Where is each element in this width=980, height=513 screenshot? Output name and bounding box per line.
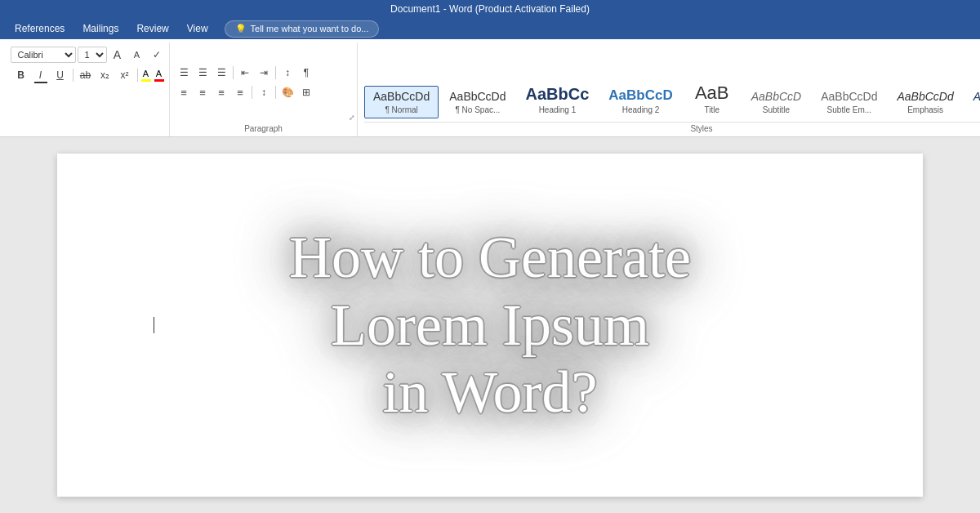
style-normal-preview: AaBbCcDd (373, 90, 430, 104)
shrink-font-button[interactable]: A (128, 46, 146, 64)
styles-group: AaBbCcDd ¶ Normal AaBbCcDd ¶ No Spac... … (358, 42, 980, 136)
styles-row: AaBbCcDd ¶ Normal AaBbCcDd ¶ No Spac... … (364, 46, 980, 122)
style-heading2-label: Heading 2 (622, 105, 660, 114)
style-heading1-label: Heading 1 (539, 105, 577, 114)
styles-group-label: Styles (364, 122, 980, 136)
sep5 (252, 86, 252, 99)
underline-button[interactable]: U (51, 66, 69, 84)
title-line1: How to Generate (289, 225, 691, 290)
document-page[interactable]: How to Generate Lorem Ipsum in Word? (57, 154, 923, 497)
bullets-button[interactable]: ☰ (175, 64, 193, 82)
borders-button[interactable]: ⊞ (297, 83, 315, 101)
style-subtitle-label: Subtitle (763, 105, 790, 114)
strikethrough-button[interactable]: ab (77, 66, 95, 84)
subscript-button[interactable]: x₂ (96, 66, 114, 84)
style-no-spacing[interactable]: AaBbCcDd ¶ No Spac... (440, 86, 514, 118)
style-no-spacing-label: ¶ No Spac... (455, 105, 500, 114)
style-intense-preview: AaBbCcDd (973, 90, 980, 104)
paragraph-group: ☰ ☰ ☰ ⇤ ⇥ ↕ ¶ ≡ ≡ ≡ ≡ ↕ (170, 42, 358, 136)
font-color-button[interactable]: A (154, 69, 164, 82)
menu-mailings[interactable]: Mailings (74, 18, 127, 39)
style-title-label: Title (704, 105, 719, 114)
style-title-preview: AaB (695, 83, 729, 104)
sep4 (275, 66, 276, 79)
highlight-swatch (141, 79, 151, 82)
style-subtitle-preview: AaBbCcD (751, 90, 801, 104)
font-family-select[interactable]: Calibri (11, 47, 76, 63)
justify-button[interactable]: ≡ (231, 83, 249, 101)
superscript-button[interactable]: x² (116, 66, 134, 84)
bold-button[interactable]: B (12, 66, 30, 84)
separator (73, 69, 74, 82)
style-heading1-preview: AaBbCc (526, 84, 590, 104)
style-heading2[interactable]: AaBbCcD Heading 2 (599, 83, 681, 118)
style-subtitle[interactable]: AaBbCcD Subtitle (742, 86, 810, 118)
font-group: Calibri 11 A A ✓ B I U ab x₂ x² A (7, 42, 170, 136)
para-rows: ☰ ☰ ☰ ⇤ ⇥ ↕ ¶ ≡ ≡ ≡ ≡ ↕ (175, 64, 315, 101)
ribbon: Calibri 11 A A ✓ B I U ab x₂ x² A (0, 39, 980, 137)
line-spacing-button[interactable]: ↕ (255, 83, 273, 101)
style-heading1[interactable]: AaBbCc Heading 1 (517, 80, 599, 118)
style-emphasis-preview: AaBbCcDd (897, 90, 953, 104)
para-row-2: ≡ ≡ ≡ ≡ ↕ 🎨 ⊞ (175, 83, 315, 101)
style-emphasis[interactable]: AaBbCcDd Emphasis (888, 86, 962, 118)
document-area: How to Generate Lorem Ipsum in Word? (0, 137, 980, 513)
decrease-indent-button[interactable]: ⇤ (236, 64, 254, 82)
sep3 (233, 66, 234, 79)
highlight-button[interactable]: A (141, 69, 151, 82)
align-right-button[interactable]: ≡ (212, 83, 230, 101)
text-cursor (154, 317, 154, 333)
font-color-icon: A (156, 69, 162, 78)
shading-button[interactable]: 🎨 (278, 83, 296, 101)
show-formatting-button[interactable]: ¶ (297, 64, 315, 82)
align-center-button[interactable]: ≡ (194, 83, 212, 101)
font-color-swatch (154, 79, 164, 82)
tell-me-text: Tell me what you want to do... (251, 24, 369, 33)
style-intense[interactable]: AaBbCcDd Intense I... (964, 86, 980, 118)
paragraph-group-label: Paragraph (175, 123, 352, 136)
menu-references[interactable]: References (7, 18, 73, 39)
paragraph-expand-icon[interactable]: ⤢ (349, 114, 355, 122)
style-heading2-preview: AaBbCcD (608, 87, 672, 104)
style-no-spacing-preview: AaBbCcDd (449, 90, 506, 104)
title-line3: in Word? (383, 359, 598, 425)
clear-format-button[interactable]: ✓ (148, 46, 166, 64)
para-row-1: ☰ ☰ ☰ ⇤ ⇥ ↕ ¶ (175, 64, 315, 82)
menu-bar: References Mailings Review View 💡 Tell m… (0, 18, 980, 39)
title-bar: Document1 - Word (Product Activation Fai… (0, 0, 980, 18)
font-row-1: Calibri 11 A A ✓ (11, 46, 166, 64)
style-title[interactable]: AaB Title (684, 78, 741, 118)
style-subtle-em-label: Subtle Em... (827, 105, 871, 114)
sep6 (275, 86, 276, 99)
title-bar-text: Document1 - Word (Product Activation Fai… (390, 3, 590, 15)
style-subtle-em-preview: AaBbCcDd (821, 90, 877, 104)
font-size-select[interactable]: 11 (78, 47, 107, 63)
style-emphasis-label: Emphasis (907, 105, 943, 114)
tell-me-icon: 💡 (235, 24, 247, 34)
menu-review[interactable]: Review (128, 18, 176, 39)
style-normal[interactable]: AaBbCcDd ¶ Normal (364, 86, 439, 118)
title-line2: Lorem Ipsum (331, 292, 649, 358)
separator2 (137, 69, 138, 82)
style-normal-label: ¶ Normal (385, 105, 417, 114)
document-main-text: How to Generate Lorem Ipsum in Word? (256, 216, 724, 435)
align-left-button[interactable]: ≡ (175, 83, 193, 101)
menu-view[interactable]: View (179, 18, 216, 39)
font-row-2: B I U ab x₂ x² A A (12, 66, 164, 84)
numbering-button[interactable]: ☰ (194, 64, 212, 82)
sort-button[interactable]: ↕ (278, 64, 296, 82)
highlight-icon: A (143, 69, 149, 78)
italic-button[interactable]: I (32, 66, 50, 84)
grow-font-button[interactable]: A (109, 46, 127, 64)
tell-me-box[interactable]: 💡 Tell me what you want to do... (225, 20, 380, 38)
multilevel-button[interactable]: ☰ (212, 64, 230, 82)
increase-indent-button[interactable]: ⇥ (255, 64, 273, 82)
style-subtle-em[interactable]: AaBbCcDd Subtle Em... (812, 86, 886, 118)
